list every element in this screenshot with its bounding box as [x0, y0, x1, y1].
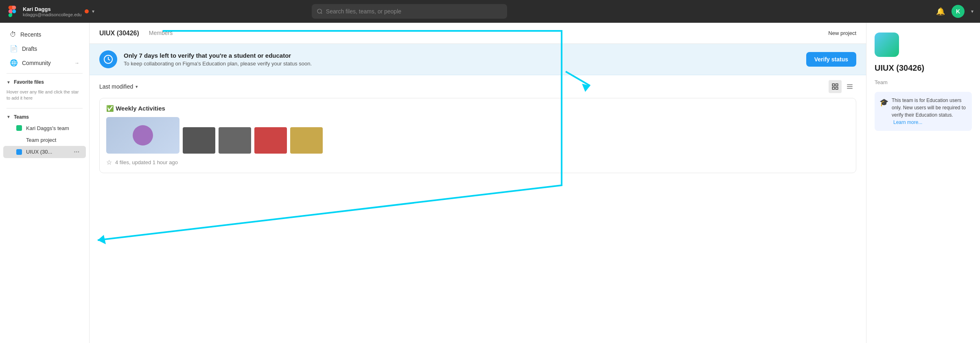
team-color-kari [16, 125, 22, 131]
thumbnail-main [106, 117, 179, 154]
community-arrow-icon: → [74, 60, 79, 66]
favorite-files-hint: Hover over any file and click the star t… [0, 87, 89, 105]
edu-icon: 🎓 [879, 97, 888, 108]
thumbnail-4 [290, 127, 323, 154]
notif-icon-circle [99, 50, 117, 68]
project-thumbnails [106, 117, 849, 154]
content-header: UIUX (30426) Members New project [90, 23, 866, 44]
grid-icon [831, 83, 839, 90]
search-input[interactable] [326, 8, 502, 15]
project-footer: ☆ 4 files, updated 1 hour ago [106, 158, 849, 166]
favorite-files-chevron-icon: ▼ [7, 80, 11, 85]
notif-subtitle: To keep collaborating on Figma's Educati… [124, 61, 800, 67]
recents-label: Recents [20, 31, 41, 38]
view-toggle [829, 80, 856, 93]
verify-status-button[interactable]: Verify status [806, 52, 856, 67]
sidebar-item-drafts[interactable]: 📄 Drafts [3, 41, 86, 56]
topbar: Kari Daggs kdaggs@madisoncollege.edu ▾ 🔔… [0, 0, 980, 23]
favorite-files-label: Favorite files [14, 79, 44, 85]
main-layout: ⏱ Recents 📄 Drafts 🌐 Community → ▼ Favor… [0, 23, 980, 343]
teams-label: Teams [14, 114, 29, 120]
teams-chevron-icon: ▼ [7, 115, 11, 119]
user-email: kdaggs@madisoncollege.edu [23, 12, 81, 17]
more-options-icon[interactable]: ⋯ [74, 149, 79, 155]
sidebar: ⏱ Recents 📄 Drafts 🌐 Community → ▼ Favor… [0, 23, 90, 343]
teams-header[interactable]: ▼ Teams [0, 112, 89, 122]
list-icon [846, 83, 853, 90]
content-area: UIUX (30426) Members New project Only 7 … [90, 23, 866, 343]
clock-icon [103, 54, 113, 64]
team-title: UIUX (30426) [99, 30, 139, 37]
sidebar-item-recents[interactable]: ⏱ Recents [3, 28, 86, 41]
avatar-chevron-icon[interactable]: ▾ [971, 9, 973, 14]
learn-more-link[interactable]: Learn more... [893, 119, 922, 125]
list-view-button[interactable] [843, 80, 856, 93]
svg-rect-2 [832, 84, 834, 86]
sidebar-item-kari-team[interactable]: Kari Daggs's team [3, 122, 86, 134]
team-color-uiux [16, 149, 22, 155]
thumbnail-2 [219, 127, 251, 154]
community-label: Community [22, 60, 51, 66]
sidebar-item-team-project[interactable]: Team project [3, 134, 86, 146]
tab-members[interactable]: Members [149, 23, 173, 43]
recents-icon: ⏱ [10, 31, 16, 38]
community-icon: 🌐 [10, 59, 18, 67]
team-name-kari: Kari Daggs's team [26, 125, 69, 131]
star-icon[interactable]: ☆ [106, 158, 112, 166]
favorite-files-header[interactable]: ▼ Favorite files [0, 77, 89, 87]
svg-rect-5 [836, 87, 838, 89]
filter-bar: Last modified ▾ [90, 75, 866, 98]
svg-rect-3 [836, 84, 838, 86]
status-dot [85, 9, 89, 13]
thumbnail-3 [254, 127, 287, 154]
user-menu-chevron-icon: ▾ [92, 9, 94, 14]
projects-area: ✅ Weekly Activities ☆ 4 files, updated 1… [90, 98, 866, 343]
search-bar[interactable] [312, 4, 507, 19]
edu-notice: 🎓 This team is for Education users only.… [875, 92, 972, 131]
last-modified-dropdown[interactable]: Last modified ▾ [99, 83, 138, 90]
team-name-uiux: UIUX (30... [26, 149, 52, 155]
sidebar-divider-2 [7, 108, 83, 109]
user-name: Kari Daggs [23, 6, 81, 12]
topbar-actions: 🔔 K ▾ [936, 5, 973, 18]
notifications-icon[interactable]: 🔔 [936, 7, 945, 16]
drafts-label: Drafts [22, 46, 37, 52]
files-count: 4 files, updated 1 hour ago [115, 159, 178, 165]
team-name-project: Team project [16, 137, 56, 143]
notif-title: Only 7 days left to verify that you're a… [124, 52, 800, 59]
project-card-weekly: ✅ Weekly Activities ☆ 4 files, updated 1… [99, 98, 856, 173]
panel-team-name: UIUX (30426) [875, 63, 972, 73]
sidebar-divider-1 [7, 73, 83, 74]
filter-chevron-icon: ▾ [136, 84, 138, 89]
svg-point-0 [317, 9, 322, 13]
drafts-icon: 📄 [10, 45, 18, 52]
avatar[interactable]: K [952, 5, 965, 18]
svg-rect-4 [832, 87, 834, 89]
right-panel: UIUX (30426) Team 🎓 This team is for Edu… [866, 23, 980, 343]
team-icon [875, 33, 899, 57]
figma-logo-icon [7, 6, 18, 17]
filter-label: Last modified [99, 83, 133, 90]
new-project-button[interactable]: New project [828, 30, 856, 36]
project-title[interactable]: ✅ Weekly Activities [106, 105, 849, 112]
panel-team-type: Team [875, 79, 972, 85]
grid-view-button[interactable] [829, 80, 842, 93]
notification-banner: Only 7 days left to verify that you're a… [90, 44, 866, 75]
thumbnail-1 [183, 127, 215, 154]
edu-notice-text: This team is for Education users only. N… [892, 97, 967, 126]
edu-notice-body: This team is for Education users only. N… [892, 98, 966, 118]
user-info[interactable]: Kari Daggs kdaggs@madisoncollege.edu ▾ [23, 6, 94, 17]
notif-text: Only 7 days left to verify that you're a… [124, 52, 800, 67]
search-icon [317, 8, 323, 15]
sidebar-item-uiux[interactable]: UIUX (30... ⋯ [3, 146, 86, 158]
sidebar-item-community[interactable]: 🌐 Community → [3, 56, 86, 70]
